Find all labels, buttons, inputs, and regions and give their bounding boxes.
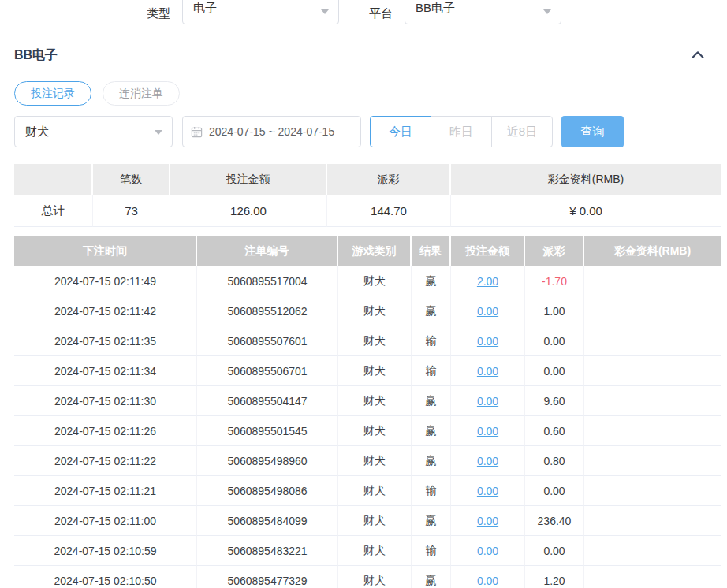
bonus-cell [584, 266, 721, 296]
result-cell: 赢 [412, 416, 451, 446]
header-result: 结果 [412, 236, 451, 266]
game-type-cell: 财犬 [338, 356, 412, 386]
chevron-up-icon[interactable] [689, 47, 706, 64]
bet-amount-link[interactable]: 0.00 [477, 335, 498, 348]
records-table: 下注时间 注单编号 游戏类别 结果 投注金额 派彩 彩金资料(RMB) 2024… [14, 236, 721, 588]
payout-cell: 0.00 [525, 356, 584, 386]
result-cell: 输 [412, 326, 451, 356]
tab-label: 投注记录 [31, 87, 75, 101]
game-type-cell: 财犬 [338, 506, 412, 536]
bet-time-cell: 2024-07-15 02:11:21 [14, 476, 197, 506]
table-row: 2024-07-15 02:10:50 5060895477329 财犬 赢 0… [14, 566, 721, 588]
summary-total-count: 73 [93, 195, 170, 227]
table-row: 2024-07-15 02:11:30 5060895504147 财犬 赢 0… [14, 386, 721, 416]
bet-amount-link[interactable]: 0.00 [477, 305, 498, 318]
records-tbody: 2024-07-15 02:11:49 5060895517004 财犬 赢 2… [14, 266, 721, 588]
bet-time-cell: 2024-07-15 02:11:34 [14, 356, 197, 386]
bet-amount-link[interactable]: 0.00 [477, 395, 498, 408]
header-bonus: 彩金资料(RMB) [584, 236, 721, 266]
bet-time-cell: 2024-07-15 02:11:49 [14, 266, 197, 296]
date-range-value: 2024-07-15 ~ 2024-07-15 [209, 125, 334, 138]
table-row: 2024-07-15 02:10:59 5060895483221 财犬 输 0… [14, 536, 721, 566]
order-number-cell: 5060895484099 [197, 506, 338, 536]
bet-amount-link[interactable]: 0.00 [477, 575, 498, 587]
game-type-cell: 财犬 [338, 416, 412, 446]
last-8-days-button[interactable]: 近8日 [491, 116, 553, 147]
game-select-value: 财犬 [25, 125, 49, 140]
result-cell: 输 [412, 356, 451, 386]
bet-time-cell: 2024-07-15 02:10:50 [14, 566, 197, 588]
result-cell: 输 [412, 536, 451, 566]
bet-time-cell: 2024-07-15 02:11:42 [14, 296, 197, 326]
quick-date-buttons: 今日 昨日 近8日 [370, 116, 553, 147]
payout-cell: 0.00 [525, 326, 584, 356]
bet-amount-link[interactable]: 2.00 [477, 275, 498, 288]
bet-amount-link[interactable]: 0.00 [477, 515, 498, 527]
bet-amount-cell: 2.00 [451, 266, 525, 296]
bonus-cell [584, 416, 721, 446]
bet-amount-cell: 0.00 [451, 296, 525, 326]
payout-cell: 0.00 [525, 476, 584, 506]
bonus-cell [584, 476, 721, 506]
platform-label: 平台 [369, 6, 393, 21]
order-number-cell: 5060895512062 [197, 296, 338, 326]
bet-time-cell: 2024-07-15 02:10:59 [14, 536, 197, 566]
payout-cell: 0.60 [525, 416, 584, 446]
bet-amount-cell: 0.00 [451, 326, 525, 356]
bonus-cell [584, 386, 721, 416]
bet-amount-link[interactable]: 0.00 [477, 455, 498, 467]
tab-label: 连消注单 [119, 87, 163, 101]
type-select[interactable]: 电子 [182, 0, 339, 24]
game-type-cell: 财犬 [338, 566, 412, 588]
date-range-picker[interactable]: 2024-07-15 ~ 2024-07-15 [182, 116, 361, 147]
game-select[interactable]: 财犬 [14, 116, 173, 147]
result-cell: 输 [412, 476, 451, 506]
summary-total-label: 总计 [14, 195, 93, 227]
platform-select[interactable]: BB电子 [405, 0, 561, 24]
table-row: 2024-07-15 02:11:21 5060895498086 财犬 输 0… [14, 476, 721, 506]
payout-cell: 1.00 [525, 296, 584, 326]
table-row: 2024-07-15 02:11:22 5060895498960 财犬 赢 0… [14, 446, 721, 476]
header-game-type: 游戏类别 [338, 236, 412, 266]
yesterday-button[interactable]: 昨日 [431, 116, 492, 147]
chevron-down-icon [543, 9, 551, 14]
game-type-cell: 财犬 [338, 476, 412, 506]
header-bet-time: 下注时间 [14, 236, 197, 266]
table-row: 2024-07-15 02:11:42 5060895512062 财犬 赢 0… [14, 296, 721, 326]
payout-cell: -1.70 [525, 266, 584, 296]
bet-amount-cell: 0.00 [451, 416, 525, 446]
result-cell: 赢 [412, 296, 451, 326]
summary-header-bonus: 彩金资料(RMB) [451, 164, 721, 195]
payout-cell: 0.00 [525, 536, 584, 566]
payout-cell: 0.80 [525, 446, 584, 476]
order-number-cell: 5060895498086 [197, 476, 338, 506]
bonus-cell [584, 506, 721, 536]
search-button[interactable]: 查询 [561, 116, 624, 147]
bonus-cell [584, 296, 721, 326]
bet-time-cell: 2024-07-15 02:11:30 [14, 386, 197, 416]
bet-amount-cell: 0.00 [451, 386, 525, 416]
bet-amount-cell: 0.00 [451, 476, 525, 506]
chevron-down-icon [155, 130, 162, 135]
tab-cancelled-orders[interactable]: 连消注单 [103, 81, 180, 106]
bet-amount-link[interactable]: 0.00 [477, 365, 498, 378]
result-cell: 赢 [412, 266, 451, 296]
bonus-cell [584, 566, 721, 588]
header-bet-amount: 投注金额 [451, 236, 525, 266]
table-row: 2024-07-15 02:11:34 5060895506701 财犬 输 0… [14, 356, 721, 386]
summary-header-count: 笔数 [93, 164, 170, 195]
bet-amount-cell: 0.00 [451, 506, 525, 536]
tab-bet-records[interactable]: 投注记录 [14, 81, 91, 106]
summary-table: 笔数 投注金额 派彩 彩金资料(RMB) 总计 73 126.00 144.70… [14, 164, 721, 227]
summary-total-payout: 144.70 [327, 195, 451, 227]
bet-amount-cell: 0.00 [451, 536, 525, 566]
order-number-cell: 5060895501545 [197, 416, 338, 446]
order-number-cell: 5060895477329 [197, 566, 338, 588]
record-tabs: 投注记录 连消注单 [14, 81, 713, 106]
today-button[interactable]: 今日 [370, 116, 431, 147]
bet-amount-link[interactable]: 0.00 [477, 485, 498, 497]
bet-amount-link[interactable]: 0.00 [477, 425, 498, 437]
game-type-cell: 财犬 [338, 386, 412, 416]
bet-amount-cell: 0.00 [451, 356, 525, 386]
bet-amount-link[interactable]: 0.00 [477, 545, 498, 557]
